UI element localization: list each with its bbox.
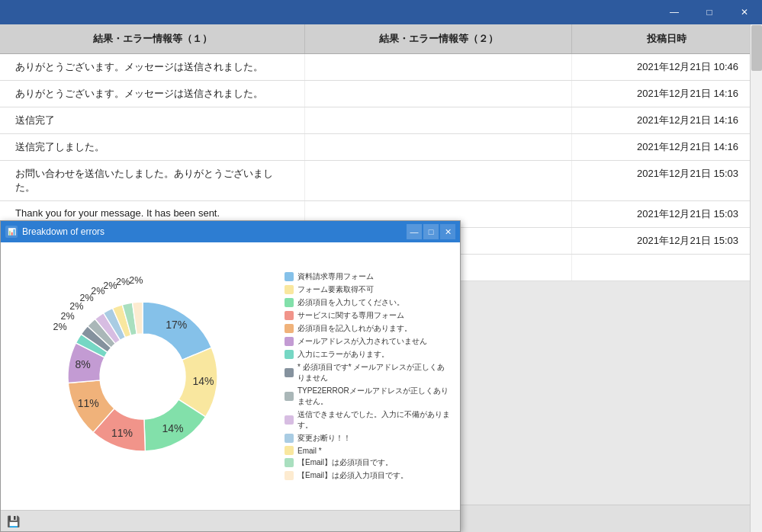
maximize-button[interactable]: □ xyxy=(692,0,727,24)
donut-chart: 17%14%14%11%11%8%2%2%2%2%2%2%2%2% xyxy=(36,270,249,483)
legend-item: 必須項目を記入しれがあります。 xyxy=(285,323,452,334)
legend-item: * 必須項目です* メールアドレスが正しくありません xyxy=(285,362,452,383)
cell-col3: 2021年12月21日 14:16 xyxy=(572,107,762,133)
errors-content: 17%14%14%11%11%8%2%2%2%2%2%2%2%2% 資料請求専用… xyxy=(1,242,460,510)
legend-color xyxy=(285,415,294,425)
close-button[interactable]: ✕ xyxy=(727,0,762,24)
scrollbar-thumb[interactable] xyxy=(751,25,762,71)
legend-item: メールアドレスが入力されていません xyxy=(285,336,452,347)
legend-label: 必須項目を入力してください。 xyxy=(297,297,404,308)
legend-color xyxy=(285,446,294,455)
table-row: 送信完了しました。 2021年12月21日 14:16 xyxy=(0,134,762,161)
legend-color xyxy=(285,434,294,443)
legend-item: フォーム要素取得不可 xyxy=(285,284,452,295)
legend-item: 【Email】は必須項目です。 xyxy=(285,457,452,468)
minimize-button[interactable]: — xyxy=(657,0,692,24)
col2-header: 結果・エラー情報等（２） xyxy=(305,24,572,53)
errors-minimize[interactable]: — xyxy=(407,224,422,239)
col3-header: 投稿日時 xyxy=(572,24,762,53)
scrollbar[interactable] xyxy=(750,24,762,532)
cell-col3: 2021年12月21日 15:03 xyxy=(572,228,762,254)
legend-label: 【Email】は必須項目です。 xyxy=(297,457,393,468)
legend-item: TYPE2ERRORメールアドレスが正しくありません。 xyxy=(285,386,452,407)
svg-text:14%: 14% xyxy=(162,422,183,434)
cell-col2 xyxy=(305,54,572,80)
table-row: ありがとうございます。メッセージは送信されました。 2021年12月21日 10… xyxy=(0,54,762,81)
legend-item: Email * xyxy=(285,446,452,455)
legend-label: 入力にエラーがあります。 xyxy=(297,349,389,360)
legend-color xyxy=(285,298,294,307)
legend-label: 変更お断り！！ xyxy=(297,433,351,444)
cell-col1: 送信完了しました。 xyxy=(0,134,305,160)
table-row: 送信完了 2021年12月21日 14:16 xyxy=(0,107,762,134)
legend-color xyxy=(285,337,294,346)
legend-label: 送信できませんでした。入力に不備があります。 xyxy=(297,409,452,431)
legend-label: 必須項目を記入しれがあります。 xyxy=(297,323,412,334)
legend-color xyxy=(285,324,294,333)
legend-label: * 必須項目です* メールアドレスが正しくありません xyxy=(297,362,452,383)
cell-col3: 2021年12月21日 14:16 xyxy=(572,81,762,107)
legend-label: メールアドレスが入力されていません xyxy=(297,336,427,347)
errors-maximize[interactable]: □ xyxy=(423,224,439,239)
cell-col2 xyxy=(305,81,572,107)
legend-label: フォーム要素取得不可 xyxy=(297,284,374,295)
svg-text:8%: 8% xyxy=(76,357,91,370)
cell-col1: ありがとうございます。メッセージは送信されました。 xyxy=(0,54,305,80)
legend-color xyxy=(285,311,294,320)
legend-color xyxy=(285,272,294,281)
legend-color xyxy=(285,350,294,359)
legend-label: サービスに関する専用フォーム xyxy=(297,310,404,321)
legend-color xyxy=(285,392,294,401)
legend-item: 必須項目を入力してください。 xyxy=(285,297,452,308)
legend-item: 資料請求専用フォーム xyxy=(285,271,452,282)
cell-col3: 2021年12月21日 10:46 xyxy=(572,54,762,80)
legend-color xyxy=(285,368,294,377)
legend-label: 【Email】は必須入力項目です。 xyxy=(297,470,408,481)
errors-legend: 資料請求専用フォーム フォーム要素取得不可 必須項目を入力してください。 サービ… xyxy=(285,250,452,502)
legend-label: TYPE2ERRORメールアドレスが正しくありません。 xyxy=(297,386,452,407)
legend-color xyxy=(285,285,294,294)
errors-titlebar: 📊 Breakdown of errors — □ ✕ xyxy=(1,221,460,242)
svg-text:17%: 17% xyxy=(166,319,187,331)
cell-col2 xyxy=(305,161,572,200)
table-row: お問い合わせを送信いたしました。ありがとうございました。 2021年12月21日… xyxy=(0,161,762,201)
table-header: 結果・エラー情報等（１） 結果・エラー情報等（２） 投稿日時 xyxy=(0,24,762,54)
legend-item: サービスに関する専用フォーム xyxy=(285,310,452,321)
main-titlebar: — □ ✕ xyxy=(0,0,762,24)
cell-col3: 2021年12月21日 14:16 xyxy=(572,134,762,160)
svg-text:11%: 11% xyxy=(111,426,133,438)
legend-color xyxy=(285,458,294,467)
svg-text:11%: 11% xyxy=(78,396,99,409)
legend-item: 【Email】は必須入力項目です。 xyxy=(285,470,452,481)
svg-text:2%: 2% xyxy=(129,274,143,285)
legend-item: 入力にエラーがあります。 xyxy=(285,349,452,360)
cell-col2 xyxy=(305,134,572,160)
cell-col3 xyxy=(572,255,762,280)
errors-nav: 💾 xyxy=(1,510,460,531)
table-row: ありがとうございます。メッセージは送信されました。 2021年12月21日 14… xyxy=(0,81,762,107)
legend-item: 変更お断り！！ xyxy=(285,433,452,444)
legend-color xyxy=(285,471,294,480)
errors-close[interactable]: ✕ xyxy=(440,224,455,239)
legend-label: 資料請求専用フォーム xyxy=(297,271,374,282)
legend-item: 送信できませんでした。入力に不備があります。 xyxy=(285,409,452,431)
legend-label: Email * xyxy=(297,447,322,455)
cell-col1: お問い合わせを送信いたしました。ありがとうございました。 xyxy=(0,161,305,200)
errors-title-icon: 📊 xyxy=(5,226,18,238)
cell-col1: ありがとうございます。メッセージは送信されました。 xyxy=(0,81,305,107)
errors-title: Breakdown of errors xyxy=(22,226,402,237)
cell-col3: 2021年12月21日 15:03 xyxy=(572,201,762,227)
col1-header: 結果・エラー情報等（１） xyxy=(0,24,305,53)
cell-col3: 2021年12月21日 15:03 xyxy=(572,161,762,200)
svg-text:14%: 14% xyxy=(192,374,214,386)
donut-chart-area: 17%14%14%11%11%8%2%2%2%2%2%2%2%2% xyxy=(8,250,277,502)
cell-col2 xyxy=(305,107,572,133)
errors-save[interactable]: 💾 xyxy=(7,515,20,527)
errors-window: 📊 Breakdown of errors — □ ✕ 17%14%14%11%… xyxy=(0,220,461,532)
cell-col1: 送信完了 xyxy=(0,107,305,133)
